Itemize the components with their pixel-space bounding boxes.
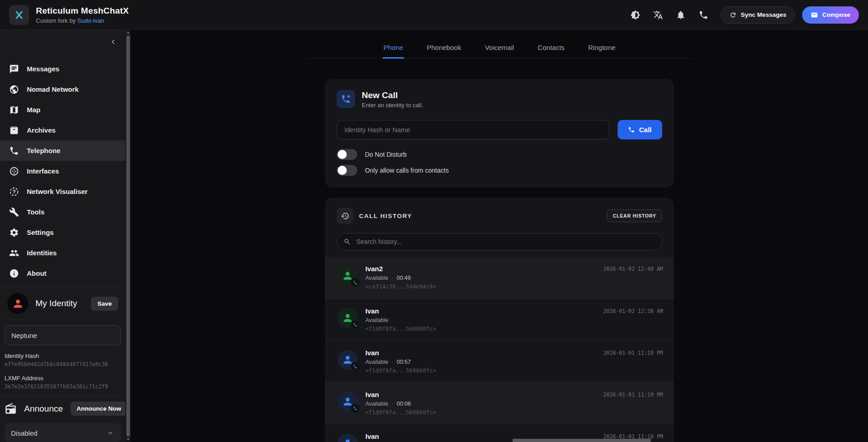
- tab-bar: PhonePhonebookVoicemailContactsRingtone: [307, 41, 693, 59]
- sidebar-nav: Messages Nomad Network Map Archives Tele…: [0, 54, 125, 283]
- info-icon: [9, 268, 19, 278]
- status-text: Available: [365, 401, 389, 407]
- theme-toggle-button[interactable]: [626, 6, 644, 24]
- sidebar-item-telephone[interactable]: Telephone: [0, 140, 125, 161]
- sidebar-item-tools[interactable]: Tools: [0, 202, 125, 222]
- contact-hash: <f1d9f8fa...560860fc>: [365, 368, 436, 374]
- sidebar-item-interfaces[interactable]: Interfaces: [0, 161, 125, 181]
- history-search-input[interactable]: [355, 238, 655, 246]
- svg-text:?: ?: [13, 189, 16, 194]
- new-call-subtitle: Enter an identity to call.: [362, 102, 423, 109]
- tab-voicemail[interactable]: Voicemail: [484, 41, 515, 59]
- do-not-disturb-toggle[interactable]: [337, 149, 357, 160]
- translate-icon: [653, 10, 663, 20]
- horizontal-scrollbar-thumb[interactable]: [513, 439, 651, 442]
- call-history-row[interactable]: Ivan Available <f1d9f8fa...560860fc> 202…: [325, 298, 674, 340]
- radio-icon: [5, 402, 17, 415]
- call-history-row[interactable]: Ivan Available 00:57 <f1d9f8fa...560860f…: [325, 340, 674, 382]
- call-history-row[interactable]: Ivan2 Available 00:49 <ca314c30...504e94…: [325, 257, 674, 298]
- sidebar-collapse-button[interactable]: [106, 35, 120, 49]
- call-history-title: CALL HISTORY: [359, 213, 412, 219]
- scrollbar-thumb[interactable]: [126, 35, 130, 437]
- sidebar-item-label: Network Visualiser: [27, 188, 88, 195]
- sidebar-item-network-visualiser[interactable]: ? Network Visualiser: [0, 181, 125, 202]
- call-history-row[interactable]: Ivan Available 00:06 <f1d9f8fa...560860f…: [325, 382, 674, 424]
- sidebar-item-messages[interactable]: Messages: [0, 59, 125, 79]
- announce-interval-value: Disabled: [11, 429, 37, 437]
- sync-messages-label: Sync Messages: [741, 11, 787, 18]
- tab-label: Phone: [384, 44, 403, 51]
- refresh-icon: [729, 11, 737, 19]
- call-button[interactable]: Call: [618, 120, 662, 139]
- contact-hash: <f1d9f8fa...560860fc>: [365, 409, 436, 416]
- call-timestamp: 2026-01-01 11:19 PM: [603, 350, 663, 356]
- contact-avatar: [338, 266, 358, 286]
- sync-messages-button[interactable]: Sync Messages: [721, 6, 795, 24]
- chat-icon: [9, 64, 19, 74]
- sidebar-item-about[interactable]: About: [0, 263, 125, 283]
- call-history-card: CALL HISTORY CLEAR HISTORY Ivan2 Availab…: [325, 198, 674, 442]
- announce-now-button[interactable]: Announce Now: [70, 402, 125, 416]
- status-text: Available: [365, 359, 389, 365]
- email-icon: [811, 11, 818, 19]
- sidebar-item-label: Telephone: [27, 147, 60, 154]
- sidebar-item-settings[interactable]: Settings: [0, 222, 125, 243]
- lxmf-address-label: LXMF Address: [5, 375, 121, 382]
- tab-ringtone[interactable]: Ringtone: [587, 41, 616, 59]
- telephone-header-button[interactable]: [694, 6, 713, 24]
- sidebar-item-map[interactable]: Map: [0, 99, 125, 120]
- sidebar-item-archives[interactable]: Archives: [0, 120, 125, 140]
- contact-avatar: [338, 392, 358, 412]
- phone-icon: [353, 280, 358, 285]
- my-identity-section: My Identity Save: [0, 288, 125, 319]
- identity-input[interactable]: [337, 120, 609, 139]
- history-search: [337, 233, 662, 250]
- announce-title: Announce: [24, 404, 63, 414]
- app-logo[interactable]: [9, 5, 29, 25]
- notifications-button[interactable]: [672, 6, 690, 24]
- sidebar-item-label: Archives: [27, 126, 55, 134]
- contact-name: Ivan: [365, 349, 436, 357]
- sidebar-item-identities[interactable]: Identities: [0, 243, 125, 263]
- save-button[interactable]: Save: [91, 297, 118, 311]
- scrollbar-down-arrow[interactable]: [127, 438, 130, 441]
- header-actions: Sync Messages Compose: [626, 6, 859, 24]
- horizontal-scrollbar[interactable]: [513, 439, 651, 442]
- do-not-disturb-row: Do Not Disturb: [337, 149, 662, 160]
- clear-history-button[interactable]: CLEAR HISTORY: [607, 209, 662, 222]
- call-timestamp: 2026-01-02 12:40 AM: [603, 266, 663, 272]
- search-icon: [344, 238, 351, 245]
- sidebar-item-label: Messages: [27, 65, 60, 73]
- sidebar-item-label: About: [27, 269, 46, 277]
- subtitle-link[interactable]: Sudo-Ivan: [77, 17, 104, 24]
- call-timestamp: 2026-01-01 11:19 PM: [603, 392, 663, 398]
- display-name-input[interactable]: [5, 325, 121, 345]
- sidebar-scrollbar[interactable]: [125, 30, 131, 442]
- bell-icon: [676, 10, 686, 20]
- phone-icon: [353, 364, 358, 369]
- contact-name: Ivan: [365, 432, 411, 440]
- call-history-header: CALL HISTORY CLEAR HISTORY: [325, 208, 674, 224]
- translate-button[interactable]: [649, 6, 667, 24]
- tab-label: Ringtone: [588, 44, 615, 51]
- call-button-label: Call: [639, 126, 652, 134]
- phone-icon: [698, 10, 708, 20]
- scrollbar-up-arrow[interactable]: [127, 31, 130, 34]
- tab-phone[interactable]: Phone: [383, 41, 404, 59]
- sidebar-item-nomad-network[interactable]: Nomad Network: [0, 79, 125, 99]
- app-subtitle: Custom fork by Sudo-Ivan: [36, 17, 129, 24]
- tab-contacts[interactable]: Contacts: [537, 41, 565, 59]
- question-circle-icon: ?: [9, 187, 19, 197]
- toggle-knob: [338, 150, 347, 159]
- announce-interval-select[interactable]: Disabled: [5, 423, 121, 442]
- announce-section: Announce Announce Now: [0, 397, 125, 420]
- contacts-only-toggle[interactable]: [337, 165, 357, 176]
- sidebar-item-label: Map: [27, 106, 40, 114]
- tab-phonebook[interactable]: Phonebook: [426, 41, 462, 59]
- call-timestamp: 2026-01-02 12:38 AM: [603, 308, 663, 314]
- header: Reticulum MeshChatX Custom fork by Sudo-…: [0, 0, 868, 30]
- contacts-only-label: Only allow calls from contacts: [365, 167, 449, 174]
- compose-label: Compose: [822, 11, 850, 18]
- phone-icon: [353, 406, 358, 411]
- compose-button[interactable]: Compose: [802, 6, 859, 24]
